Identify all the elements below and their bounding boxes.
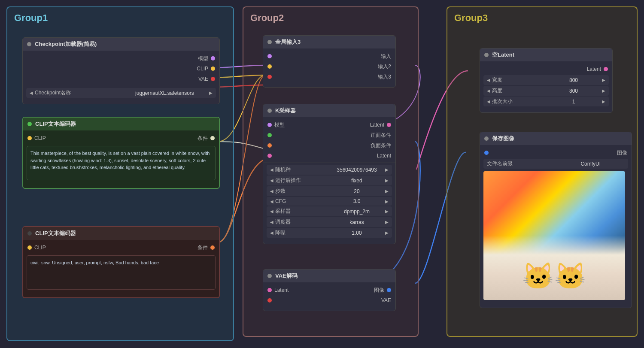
vae-vae-label: VAE [381,297,391,303]
clip2-input-label: CLIP [34,245,46,251]
latent-width-left[interactable]: ◀ [487,78,490,82]
ksampler-after-right[interactable]: ▶ [385,178,389,183]
ksampler-steps-right[interactable]: ▶ [385,189,389,194]
save-filename-value: ComfyUI [557,161,625,167]
ksampler-denoise-row[interactable]: ◀ 降噪 1.00 ▶ [267,228,392,238]
clip1-input-port[interactable] [27,136,32,140]
ksampler-scheduler-row[interactable]: ◀ 调度器 karras ▶ [267,217,392,227]
ksampler-steps-row[interactable]: ◀ 步数 20 ▶ [267,186,392,196]
latent-width-right[interactable]: ▶ [602,78,605,82]
global-out2-port[interactable] [267,64,272,69]
checkpoint-model-label: 模型 [27,55,208,62]
ksampler-status-dot [267,109,272,113]
global-out3-port[interactable] [267,75,272,79]
ksampler-cfg-row[interactable]: ◀ CFG 3.0 ▶ [267,197,392,206]
checkpoint-clip-label: CLIP [27,66,208,72]
latent-out-port[interactable] [604,67,608,71]
global-out1-port[interactable] [267,54,272,58]
ksampler-cfg-right[interactable]: ▶ [385,199,389,204]
latent-batch-row[interactable]: ◀ 批次大小 1 ▶ [483,97,609,106]
ksampler-seed-right[interactable]: ▶ [385,167,389,172]
latent-batch-left[interactable]: ◀ [487,99,490,104]
checkpoint-name-field-label: Checkpoint名称 [35,89,120,97]
vae-image-out-port[interactable] [387,288,391,292]
vae-latent-row: Latent 图像 [263,285,395,295]
latent-height-left[interactable]: ◀ [487,88,490,93]
checkpoint-vae-port[interactable] [211,77,215,81]
latent-status-dot [484,53,489,57]
vae-header: VAE解码 [263,269,395,282]
ksampler-sampler-label: 采样器 [275,208,328,215]
clip2-text[interactable]: civit_snw, Unsigned, user, prompt, nsfw,… [27,255,216,290]
ksampler-latent-port[interactable] [267,154,272,158]
group1-title: Group1 [7,7,233,27]
global-title: 全局输入3 [275,38,301,46]
ksampler-pos-port[interactable] [267,133,272,137]
ksampler-denoise-value: 1.00 [330,230,383,236]
save-filename-row[interactable]: 文件名前缀 ComfyUI [483,159,628,169]
checkpoint-name-left-arrow[interactable]: ◀ [30,91,33,95]
save-filename-label: 文件名前缀 [487,160,555,167]
save-image-label: 图像 [617,149,627,157]
vae-title: VAE解码 [275,272,298,280]
checkpoint-name-right-arrow[interactable]: ▶ [209,91,213,95]
checkpoint-name-row[interactable]: ◀ Checkpoint名称 juggernautXL.safetensors … [26,88,216,98]
clip1-text[interactable]: This masterpiece, of the best quality, i… [27,146,216,180]
ksampler-cfg-left[interactable]: ◀ [270,199,273,204]
ksampler-steps-value: 20 [330,188,383,194]
checkpoint-clip-port[interactable] [211,67,215,71]
ksampler-after-row[interactable]: ◀ 运行后操作 fixed ▶ [267,176,392,185]
global-body: 输入 输入2 输入3 [263,48,395,87]
vae-latent-label: Latent [274,287,289,293]
node-checkpoint: Checkpoint加载器(简易) 模型 CLIP VAE ◀ [22,37,220,104]
clip2-header: CLIP文本编码器 [23,227,219,240]
ksampler-pos-row: 正面条件 [263,130,395,140]
ksampler-sampler-row[interactable]: ◀ 采样器 dpmpp_2m ▶ [267,206,392,216]
global-out1-row: 输入 [263,51,395,61]
ksampler-scheduler-right[interactable]: ▶ [385,220,389,224]
clip2-status-dot [27,231,32,236]
global-out2-label: 输入2 [378,63,391,70]
latent-height-row[interactable]: ◀ 高度 800 ▶ [483,86,609,96]
checkpoint-status-dot [27,42,31,46]
ksampler-model-label: 模型 [274,121,285,129]
save-body: 图像 文件名前缀 ComfyUI [480,145,632,308]
latent-title: 空Latent [492,51,514,59]
node-save: 保存图像 图像 文件名前缀 ComfyUI [480,132,632,308]
ksampler-sampler-right[interactable]: ▶ [385,209,389,214]
checkpoint-model-port[interactable] [211,56,215,61]
ksampler-denoise-label: 降噪 [275,229,328,236]
ksampler-latent-out-port[interactable] [387,123,391,127]
clip2-output-port[interactable] [210,245,215,250]
checkpoint-clip-row: CLIP [23,64,219,74]
ksampler-denoise-left[interactable]: ◀ [270,230,273,235]
clip2-output-label: 条件 [197,244,208,251]
ksampler-steps-left[interactable]: ◀ [270,189,273,194]
ksampler-scheduler-left[interactable]: ◀ [270,220,273,224]
ksampler-denoise-right[interactable]: ▶ [385,230,389,235]
vae-vae-port[interactable] [267,298,272,303]
ksampler-after-label: 运行后操作 [275,177,328,184]
latent-height-right[interactable]: ▶ [602,88,605,93]
save-image-port[interactable] [484,151,489,155]
vae-latent-port[interactable] [267,288,272,292]
ksampler-neg-port[interactable] [267,143,272,148]
ksampler-model-port[interactable] [267,123,272,127]
latent-width-row[interactable]: ◀ 宽度 800 ▶ [483,75,609,85]
ksampler-seed-left[interactable]: ◀ [270,167,273,172]
node-global: 全局输入3 输入 输入2 输入3 [263,35,396,88]
latent-batch-right[interactable]: ▶ [602,99,605,104]
ksampler-sampler-left[interactable]: ◀ [270,209,273,214]
ksampler-seed-row[interactable]: ◀ 随机种 35604200976493 ▶ [267,165,392,175]
group3-title: Group3 [447,7,637,27]
ksampler-cfg-label: CFG [275,198,328,204]
clip2-input-port[interactable] [27,245,32,250]
ksampler-scheduler-label: 调度器 [275,218,328,226]
latent-batch-label: 批次大小 [492,98,545,105]
clip1-output-port[interactable] [210,136,215,140]
node-clip1: CLIP文本编码器 CLIP 条件 This masterpiece, of t… [22,117,220,189]
group1: Group1 Checkpoint加载器(简易) 模型 CLIP VAE [6,6,234,341]
ksampler-latent-label: Latent [377,153,391,159]
ksampler-title: K采样器 [275,107,296,115]
ksampler-after-left[interactable]: ◀ [270,178,273,183]
